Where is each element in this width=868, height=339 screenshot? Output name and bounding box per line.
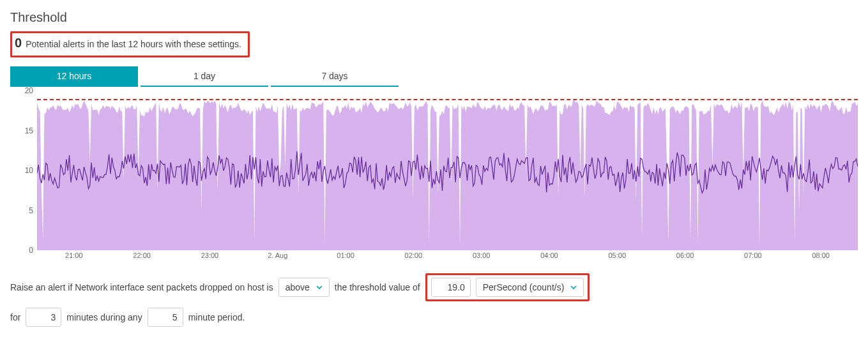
x-axis: 21:0022:0023:002. Aug01:0002:0003:0004:0… bbox=[37, 250, 858, 263]
minutes-label: minutes during any bbox=[66, 312, 142, 322]
tab-7-days[interactable]: 7 days bbox=[271, 66, 399, 87]
x-tick: 22:00 bbox=[133, 252, 151, 259]
threshold-chart: 05101520 bbox=[10, 91, 858, 250]
x-tick: 03:00 bbox=[473, 252, 491, 259]
window-input[interactable] bbox=[148, 308, 183, 327]
potential-alerts-summary: 0 Potential alerts in the last 12 hours … bbox=[10, 31, 250, 57]
chevron-down-icon bbox=[316, 284, 323, 290]
alert-rule-row: Raise an alert if Network interface sent… bbox=[10, 273, 858, 301]
tab-12-hours[interactable]: 12 hours bbox=[10, 66, 138, 87]
y-tick: 15 bbox=[25, 126, 33, 135]
operator-select[interactable]: above bbox=[278, 278, 330, 297]
alert-rule-row-2: for minutes during any minute period. bbox=[10, 308, 858, 327]
threshold-line bbox=[37, 99, 858, 100]
plot-area bbox=[37, 91, 858, 250]
x-tick: 08:00 bbox=[812, 252, 830, 259]
section-title: Threshold bbox=[10, 10, 858, 25]
timerange-tabs: 12 hours 1 day 7 days bbox=[10, 66, 858, 87]
x-tick: 07:00 bbox=[744, 252, 762, 259]
y-axis: 05101520 bbox=[10, 91, 37, 250]
unit-select[interactable]: PerSecond (count/s) bbox=[476, 278, 584, 297]
minutes-input[interactable] bbox=[26, 308, 61, 327]
unit-value: PerSecond (count/s) bbox=[483, 282, 565, 292]
y-tick: 5 bbox=[29, 206, 33, 215]
x-tick: 04:00 bbox=[540, 252, 558, 259]
chevron-down-icon bbox=[570, 284, 577, 290]
x-tick: 21:00 bbox=[65, 252, 83, 259]
rule-prefix: Raise an alert if Network interface sent… bbox=[10, 282, 273, 292]
tab-1-day[interactable]: 1 day bbox=[141, 66, 268, 87]
x-tick: 05:00 bbox=[608, 252, 626, 259]
operator-value: above bbox=[286, 282, 310, 292]
y-tick: 0 bbox=[29, 246, 33, 255]
x-tick: 02:00 bbox=[405, 252, 423, 259]
x-tick: 23:00 bbox=[201, 252, 219, 259]
x-tick: 06:00 bbox=[676, 252, 694, 259]
x-tick: 2. Aug bbox=[268, 252, 287, 259]
threshold-value-input[interactable] bbox=[431, 278, 471, 297]
rule-mid: the threshold value of bbox=[335, 282, 420, 292]
y-tick: 10 bbox=[25, 166, 33, 175]
alert-text: Potential alerts in the last 12 hours wi… bbox=[26, 39, 241, 49]
x-tick: 01:00 bbox=[337, 252, 354, 259]
alert-count: 0 bbox=[15, 36, 22, 50]
threshold-value-group: PerSecond (count/s) bbox=[425, 273, 590, 301]
y-tick: 20 bbox=[25, 86, 33, 95]
for-label: for bbox=[10, 312, 20, 322]
window-label: minute period. bbox=[188, 312, 245, 322]
